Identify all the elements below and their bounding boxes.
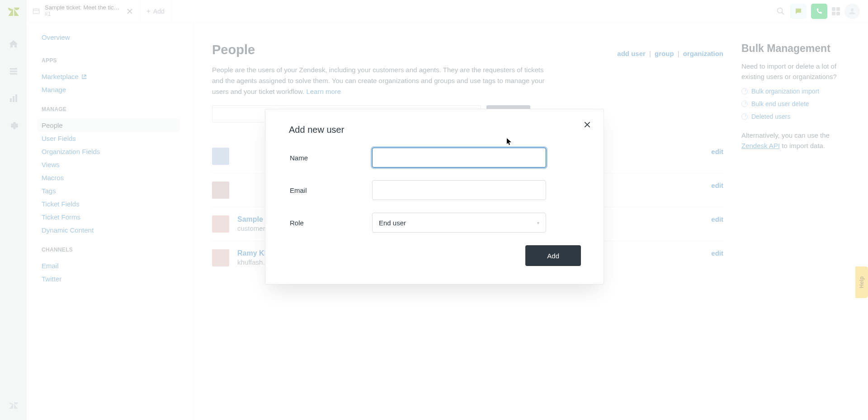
chevron-down-icon: ▾ [537, 220, 539, 225]
name-label: Name [289, 154, 372, 162]
role-select[interactable]: End user ▾ [372, 213, 546, 233]
close-modal-icon[interactable] [584, 121, 591, 128]
add-user-modal: Add new user Name Email Role End user ▾ … [265, 109, 604, 285]
email-input[interactable] [372, 180, 546, 200]
role-label: Role [289, 219, 372, 227]
name-input[interactable] [372, 148, 546, 168]
email-label: Email [289, 187, 372, 194]
mouse-cursor [506, 138, 513, 146]
role-selected-value: End user [379, 219, 406, 227]
add-button[interactable]: Add [525, 245, 581, 266]
modal-title: Add new user [289, 125, 581, 135]
